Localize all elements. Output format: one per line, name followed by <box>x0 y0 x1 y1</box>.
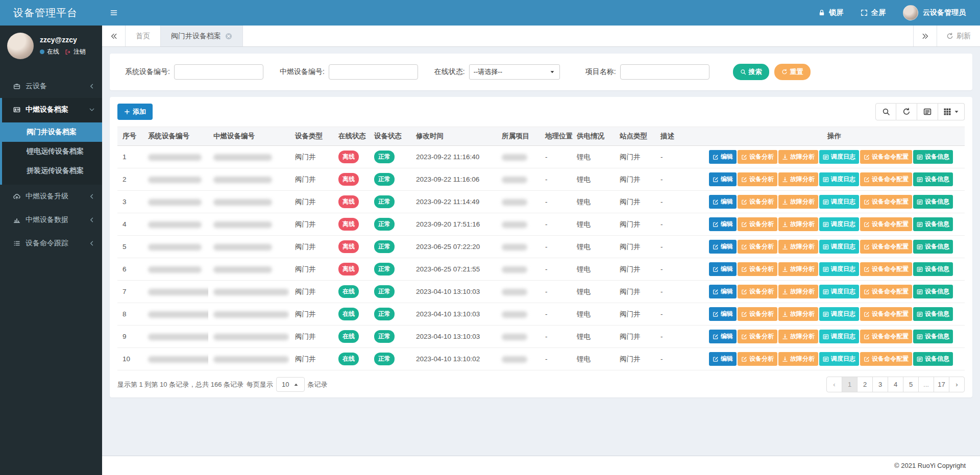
row-action-设备命令配置[interactable]: 设备命令配置 <box>860 330 912 343</box>
tab-refresh-button[interactable]: 刷新 <box>937 26 980 46</box>
row-action-调度日志[interactable]: 调度日志 <box>819 150 859 164</box>
sidebar-item-lithium-remote-archive[interactable]: 锂电远传设备档案 <box>2 142 102 161</box>
sidebar-item-device-upgrade[interactable]: 中燃设备升级 <box>0 185 102 208</box>
page-link[interactable]: 5 <box>903 377 919 392</box>
table-search-toggle-button[interactable] <box>875 103 896 120</box>
row-action-设备信息[interactable]: 设备信息 <box>913 352 953 366</box>
row-action-调度日志[interactable]: 调度日志 <box>819 285 859 298</box>
row-action-故障分析[interactable]: 故障分析 <box>778 217 818 231</box>
row-action-编辑[interactable]: 编辑 <box>709 195 737 209</box>
page-link[interactable]: ‹ <box>826 377 842 392</box>
page-link[interactable]: › <box>949 377 965 392</box>
page-size-dropdown[interactable]: 10 <box>276 377 304 392</box>
row-action-编辑[interactable]: 编辑 <box>709 352 737 366</box>
search-button[interactable]: 搜索 <box>733 64 769 80</box>
row-action-编辑[interactable]: 编辑 <box>709 150 737 164</box>
row-action-调度日志[interactable]: 调度日志 <box>819 172 859 186</box>
row-action-设备信息[interactable]: 设备信息 <box>913 150 953 164</box>
row-action-故障分析[interactable]: 故障分析 <box>778 285 818 298</box>
table-card-view-button[interactable] <box>917 103 938 120</box>
sidebar-item-cloud-device[interactable]: 云设备 <box>0 74 102 98</box>
row-action-故障分析[interactable]: 故障分析 <box>778 150 818 164</box>
sidebar-item-assembled-remote-archive[interactable]: 拼装远传设备档案 <box>2 161 102 181</box>
row-action-设备命令配置[interactable]: 设备命令配置 <box>860 150 912 164</box>
row-action-调度日志[interactable]: 调度日志 <box>819 195 859 209</box>
row-action-设备分析[interactable]: 设备分析 <box>738 285 777 298</box>
gas-device-no-input[interactable] <box>329 64 418 80</box>
sidebar-item-valve-well-archive[interactable]: 阀门井设备档案 <box>2 122 102 142</box>
row-action-调度日志[interactable]: 调度日志 <box>819 217 859 231</box>
add-button[interactable]: 添加 <box>117 104 153 120</box>
row-action-设备信息[interactable]: 设备信息 <box>913 330 953 343</box>
row-action-设备命令配置[interactable]: 设备命令配置 <box>860 285 912 298</box>
row-action-设备信息[interactable]: 设备信息 <box>913 285 953 298</box>
row-action-设备信息[interactable]: 设备信息 <box>913 172 953 186</box>
row-action-调度日志[interactable]: 调度日志 <box>819 330 859 343</box>
row-action-故障分析[interactable]: 故障分析 <box>778 352 818 366</box>
row-action-设备分析[interactable]: 设备分析 <box>738 307 777 321</box>
row-action-编辑[interactable]: 编辑 <box>709 262 737 276</box>
tab-home[interactable]: 首页 <box>126 26 161 46</box>
sidebar-item-device-data[interactable]: 中燃设备数据 <box>0 208 102 232</box>
page-link[interactable]: 3 <box>872 377 888 392</box>
row-action-设备命令配置[interactable]: 设备命令配置 <box>860 217 912 231</box>
lock-screen-button[interactable]: 锁屏 <box>818 8 843 17</box>
row-action-编辑[interactable]: 编辑 <box>709 240 737 254</box>
sidebar-toggle-button[interactable] <box>102 0 126 26</box>
row-action-故障分析[interactable]: 故障分析 <box>778 240 818 254</box>
search-panel: 系统设备编号: 中燃设备编号: 在线状态: --请选择-- <box>110 54 972 90</box>
row-action-故障分析[interactable]: 故障分析 <box>778 330 818 343</box>
row-action-故障分析[interactable]: 故障分析 <box>778 262 818 276</box>
reset-button[interactable]: 重置 <box>774 64 811 80</box>
row-action-设备分析[interactable]: 设备分析 <box>738 195 777 209</box>
tabs-scroll-left-button[interactable] <box>102 26 126 46</box>
row-action-设备信息[interactable]: 设备信息 <box>913 307 953 321</box>
row-action-设备命令配置[interactable]: 设备命令配置 <box>860 262 912 276</box>
online-status-select[interactable]: --请选择-- <box>469 64 560 80</box>
row-action-设备命令配置[interactable]: 设备命令配置 <box>860 240 912 254</box>
row-action-故障分析[interactable]: 故障分析 <box>778 172 818 186</box>
row-action-设备分析[interactable]: 设备分析 <box>738 330 777 343</box>
row-action-设备命令配置[interactable]: 设备命令配置 <box>860 352 912 366</box>
row-action-编辑[interactable]: 编辑 <box>709 330 737 343</box>
row-action-设备命令配置[interactable]: 设备命令配置 <box>860 307 912 321</box>
row-action-设备分析[interactable]: 设备分析 <box>738 352 777 366</box>
page-link[interactable]: 2 <box>857 377 873 392</box>
fullscreen-button[interactable]: 全屏 <box>861 8 886 17</box>
row-action-故障分析[interactable]: 故障分析 <box>778 307 818 321</box>
row-action-设备分析[interactable]: 设备分析 <box>738 262 777 276</box>
row-action-调度日志[interactable]: 调度日志 <box>819 262 859 276</box>
project-name-input[interactable] <box>620 64 709 80</box>
row-action-编辑[interactable]: 编辑 <box>709 285 737 298</box>
page-link[interactable]: 4 <box>888 377 903 392</box>
row-action-故障分析[interactable]: 故障分析 <box>778 195 818 209</box>
row-action-设备信息[interactable]: 设备信息 <box>913 240 953 254</box>
row-action-设备信息[interactable]: 设备信息 <box>913 195 953 209</box>
table-refresh-button[interactable] <box>896 103 917 120</box>
row-action-设备信息[interactable]: 设备信息 <box>913 217 953 231</box>
row-action-调度日志[interactable]: 调度日志 <box>819 352 859 366</box>
tab-valve-well-archive[interactable]: 阀门井设备档案 <box>161 26 243 46</box>
row-action-调度日志[interactable]: 调度日志 <box>819 240 859 254</box>
row-action-设备命令配置[interactable]: 设备命令配置 <box>860 172 912 186</box>
row-action-设备分析[interactable]: 设备分析 <box>738 217 777 231</box>
page-link[interactable]: 17 <box>934 377 949 392</box>
row-action-设备信息[interactable]: 设备信息 <box>913 262 953 276</box>
tabs-scroll-right-button[interactable] <box>913 26 937 46</box>
row-action-编辑[interactable]: 编辑 <box>709 217 737 231</box>
close-icon[interactable] <box>225 33 232 40</box>
page-link[interactable]: 1 <box>842 377 857 392</box>
user-menu[interactable]: 云设备管理员 <box>903 5 966 20</box>
row-action-设备分析[interactable]: 设备分析 <box>738 240 777 254</box>
row-action-设备分析[interactable]: 设备分析 <box>738 150 777 164</box>
row-action-编辑[interactable]: 编辑 <box>709 307 737 321</box>
row-action-调度日志[interactable]: 调度日志 <box>819 307 859 321</box>
row-action-编辑[interactable]: 编辑 <box>709 172 737 186</box>
sidebar-item-device-archive[interactable]: 中燃设备档案 <box>2 98 102 121</box>
sidebar-item-command-trace[interactable]: 设备命令跟踪 <box>0 232 102 255</box>
table-columns-button[interactable] <box>938 103 965 120</box>
logout-button[interactable]: 注销 <box>74 47 86 56</box>
row-action-设备分析[interactable]: 设备分析 <box>738 172 777 186</box>
system-device-no-input[interactable] <box>174 64 263 80</box>
row-action-设备命令配置[interactable]: 设备命令配置 <box>860 195 912 209</box>
